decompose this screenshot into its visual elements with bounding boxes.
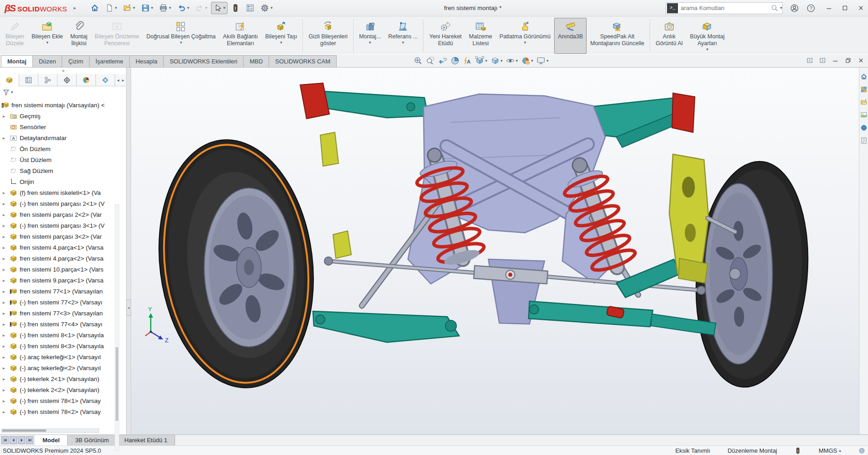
- expand-arrow-icon[interactable]: ▸: [3, 387, 10, 392]
- tree-item[interactable]: ▸(-) fren sistemi 78<2> (Varsay: [0, 406, 126, 417]
- tree-item[interactable]: ▸fren sistemi 4.parça<2> (Varsa: [0, 253, 126, 264]
- chevron-down-icon[interactable]: ▾: [11, 90, 13, 94]
- search-icon[interactable]: [771, 4, 778, 12]
- expand-arrow-icon[interactable]: ▸: [3, 223, 10, 228]
- tab-solidworks-cam[interactable]: SOLIDWORKS CAM: [269, 55, 337, 67]
- tree-item[interactable]: Sensörler: [0, 121, 126, 132]
- panel-tab-dimxpert[interactable]: [58, 74, 77, 86]
- view-tool-display-style[interactable]: ▾: [491, 56, 503, 65]
- ribbon-button[interactable]: Akıllı Bağlantı Elemanları: [219, 18, 261, 54]
- ribbon-button[interactable]: Yeni Hareket Etüdü: [425, 18, 465, 54]
- panel-tab-configurationmanager[interactable]: [38, 74, 58, 86]
- tab-montaj[interactable]: Montaj: [1, 55, 33, 67]
- quick-button-print[interactable]: ▾: [157, 2, 174, 14]
- tree-item[interactable]: ▸(-) tekerlek 2<2> (Varsayılan): [0, 384, 126, 395]
- tree-item[interactable]: ▸(-) fren sistemi 8<1> (Varsayıla: [0, 329, 126, 340]
- nav-next-button[interactable]: [18, 436, 25, 444]
- expand-arrow-icon[interactable]: ▸: [3, 278, 10, 283]
- view-tool-edit-scene[interactable]: ▾: [521, 56, 534, 65]
- tree-item[interactable]: ▸fren sistemi 9.parça<1> (Varsa: [0, 275, 126, 286]
- panel-tab-featuremanager[interactable]: [0, 74, 19, 86]
- tree-item[interactable]: ▸(-) fren sistemi parçası 2<1> (V: [0, 198, 126, 209]
- doc-tab-model[interactable]: Model: [35, 435, 68, 445]
- doc-tab-hareket-et-d-1[interactable]: Hareket Etüdü 1: [116, 435, 175, 445]
- view-tool-screen-monitor[interactable]: ▾: [536, 56, 549, 65]
- tree-item[interactable]: ▸fren sistemi 4.parça<1> (Varsa: [0, 242, 126, 253]
- tree-item[interactable]: Orijin: [0, 176, 126, 187]
- ribbon-button[interactable]: Gizli Bileşenleri göster: [305, 18, 351, 54]
- tab-d-zen[interactable]: Düzen: [32, 55, 63, 67]
- menu-expander-icon[interactable]: ▸: [74, 5, 76, 11]
- quick-button-home[interactable]: [88, 2, 101, 14]
- tree-item[interactable]: ▸(-) fren sistemi parçası 3<1> (V: [0, 220, 126, 231]
- quick-button-settings-gear[interactable]: ▾: [258, 2, 275, 14]
- view-tool-annotations[interactable]: A: [463, 56, 472, 65]
- tab-hesapla[interactable]: Hesapla: [129, 55, 164, 67]
- quick-button-save[interactable]: ▾: [139, 2, 156, 14]
- ribbon-button[interactable]: Bileşen Ekle▾: [28, 18, 67, 54]
- panel-tab-displaymanager[interactable]: [77, 74, 96, 86]
- view-tool-zoom-fit[interactable]: [413, 56, 423, 65]
- expand-arrow-icon[interactable]: ▸: [3, 366, 10, 371]
- filter-icon[interactable]: [2, 89, 10, 96]
- expand-arrow-icon[interactable]: ▸: [3, 114, 10, 119]
- status-suppress-icon[interactable]: [794, 447, 801, 454]
- win-maximize-icon[interactable]: [842, 5, 848, 11]
- tree-horizontal-scrollbar[interactable]: [1, 429, 99, 433]
- tree-item[interactable]: ▸fren sistemi parçası 2<2> (Var: [0, 209, 126, 220]
- quick-button-traffic-light[interactable]: [229, 2, 242, 14]
- ribbon-button[interactable]: Montaj...▾: [355, 18, 385, 54]
- ribbon-button[interactable]: Anlık Görüntü Al: [652, 18, 686, 54]
- tree-item[interactable]: Üst Düzlem: [0, 154, 126, 165]
- tree-item[interactable]: ▸(-) fren sistemi 77<4> (Varsayı: [0, 319, 126, 329]
- custom-properties-icon[interactable]: [860, 137, 868, 144]
- expand-arrow-icon[interactable]: ▸: [3, 333, 10, 338]
- expand-arrow-icon[interactable]: ▸: [3, 245, 10, 250]
- tab-i-aretleme[interactable]: İşaretleme: [89, 55, 130, 67]
- tree-item[interactable]: ▸(f) fren sistemi iskeleti<1> (Va: [0, 187, 126, 198]
- panel-tab-scroll-left-icon[interactable]: ◂: [117, 78, 119, 83]
- expand-arrow-icon[interactable]: ▸: [3, 398, 10, 403]
- quick-button-undo[interactable]: ▾: [175, 2, 192, 14]
- expand-arrow-icon[interactable]: ▸: [3, 300, 10, 305]
- file-explorer-icon[interactable]: [860, 99, 868, 106]
- expand-arrow-icon[interactable]: ▸: [3, 201, 10, 206]
- expand-arrow-icon[interactable]: ▸: [3, 212, 10, 217]
- ribbon-button[interactable]: Bileşen Önizleme Penceresi: [91, 18, 143, 54]
- tree-item[interactable]: ▸(-) fren sistemi 77<2> (Varsayı: [0, 297, 126, 308]
- expand-arrow-icon[interactable]: ▸: [3, 289, 10, 294]
- win-minimize-icon[interactable]: [826, 5, 832, 11]
- ribbon-button[interactable]: Doğrusal Bileşen Çoğaltma▾: [143, 18, 219, 54]
- ribbon-button[interactable]: Bileşen Düzele: [2, 18, 28, 54]
- ribbon-button[interactable]: Malzeme Listesi: [466, 18, 496, 54]
- expand-arrow-icon[interactable]: ▸: [3, 234, 10, 239]
- tab--izim[interactable]: Çizim: [62, 55, 90, 67]
- ribbon-button[interactable]: Bileşeni Taşı▾: [262, 18, 301, 54]
- doc-tab-3b-g-r-n-m[interactable]: 3B Görünüm: [68, 435, 117, 445]
- quick-button-open[interactable]: ▾: [121, 2, 138, 14]
- tree-item[interactable]: Ön Düzlem: [0, 143, 126, 154]
- quick-button-new-document[interactable]: ▾: [103, 2, 120, 14]
- expand-arrow-icon[interactable]: ▸: [3, 256, 10, 261]
- help-icon[interactable]: ?: [806, 4, 815, 13]
- left-wheel[interactable]: [145, 131, 327, 397]
- tree-item[interactable]: ▸(-) araç tekerleği<1> (Varsayıl: [0, 351, 126, 362]
- view-tool-view-orientation[interactable]: ▾: [475, 56, 487, 65]
- tree-item[interactable]: ▸fren sistemi parçası 3<2> (Var: [0, 231, 126, 242]
- quick-button-redo[interactable]: ▾: [193, 2, 210, 14]
- tree-item[interactable]: ▸(-) fren sistemi 8<3> (Varsayıla: [0, 340, 126, 351]
- panel-grip[interactable]: [0, 68, 126, 74]
- expand-arrow-icon[interactable]: ▸: [3, 409, 10, 414]
- nav-first-button[interactable]: [1, 436, 9, 444]
- nav-prev-button[interactable]: [10, 436, 17, 444]
- expand-arrow-icon[interactable]: ▸: [3, 355, 10, 360]
- tree-item[interactable]: ▸(-) araç tekerleği<2> (Varsayıl: [0, 362, 126, 373]
- tree-root-item[interactable]: fren sistemi montajı (Varsayılan) <: [0, 99, 126, 110]
- panel-tab-cam-tree[interactable]: [96, 74, 115, 86]
- view-tool-previous-view[interactable]: [438, 56, 447, 65]
- tree-item[interactable]: ▸(-) tekerlek 2<1> (Varsayılan): [0, 373, 126, 384]
- view-palette-icon[interactable]: [860, 111, 868, 119]
- tab-mbd[interactable]: MBD: [243, 55, 269, 67]
- search-input[interactable]: [679, 5, 771, 11]
- panel-splitter[interactable]: ◂: [127, 68, 131, 434]
